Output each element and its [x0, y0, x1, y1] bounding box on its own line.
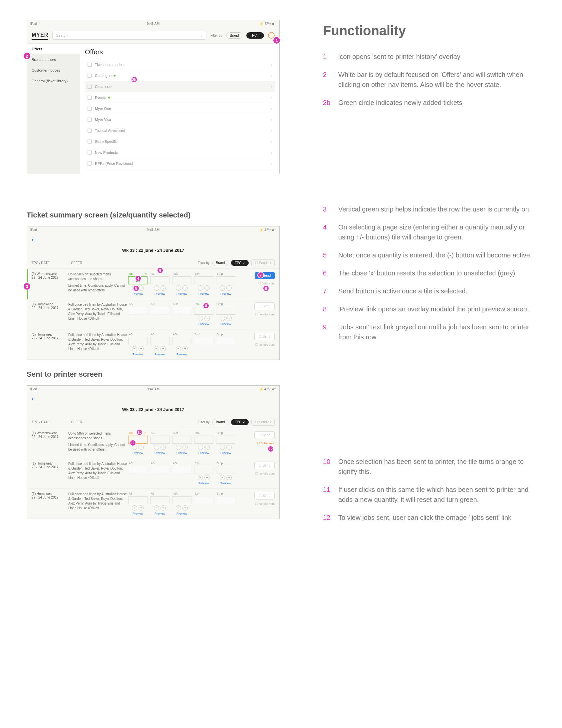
- plus-button[interactable]: +: [139, 445, 144, 450]
- minus-button[interactable]: −: [198, 285, 203, 291]
- qty-input[interactable]: [150, 496, 169, 504]
- qty-input[interactable]: [216, 436, 235, 444]
- size-tile-a5[interactable]: A5−+Preview: [128, 333, 147, 356]
- size-tile-a3b[interactable]: A3b−+Preview: [172, 272, 191, 295]
- preview-link[interactable]: Preview: [128, 451, 147, 455]
- preview-link[interactable]: Preview: [172, 451, 191, 455]
- sidebar-item-customer-notices[interactable]: Customer notices: [27, 65, 80, 76]
- plus-button[interactable]: +: [139, 505, 144, 511]
- size-tile-a3b[interactable]: A3b−+Preview: [172, 431, 191, 455]
- list-item[interactable]: Tactical Advertised›: [85, 125, 275, 136]
- plus-button[interactable]: +: [160, 445, 166, 450]
- preview-link[interactable]: Preview: [194, 292, 213, 295]
- plus-button[interactable]: +: [182, 346, 188, 351]
- sidebar-item-brand-partners[interactable]: Brand partners: [27, 54, 80, 65]
- qty-input[interactable]: [150, 276, 169, 284]
- check-icon[interactable]: ✓: [144, 431, 147, 435]
- size-tile-6x4[interactable]: 6x4−+Preview: [194, 431, 213, 455]
- list-item[interactable]: Events›: [85, 92, 275, 103]
- size-tile-strip[interactable]: Strip−+Preview: [216, 272, 235, 295]
- preview-link[interactable]: Preview: [172, 292, 191, 295]
- list-item[interactable]: Clearance›: [85, 81, 275, 92]
- preview-link[interactable]: Preview: [194, 482, 213, 485]
- list-item[interactable]: Myer One›: [85, 103, 275, 114]
- filter-tpc-pill[interactable]: TPC ✓: [246, 32, 264, 39]
- preview-link[interactable]: Preview: [194, 322, 213, 326]
- size-tile-a3[interactable]: A3−+Preview: [150, 272, 169, 295]
- preview-link[interactable]: Preview: [128, 353, 147, 356]
- checkbox-icon[interactable]: [88, 85, 92, 89]
- back-button[interactable]: ‹: [27, 393, 279, 405]
- plus-button[interactable]: +: [182, 505, 188, 511]
- preview-link[interactable]: Preview: [150, 353, 169, 356]
- qty-input[interactable]: [172, 436, 191, 444]
- plus-button[interactable]: +: [182, 445, 188, 450]
- plus-button[interactable]: +: [160, 285, 166, 291]
- list-item[interactable]: New Products›: [85, 147, 275, 158]
- minus-button[interactable]: −: [220, 316, 225, 321]
- minus-button[interactable]: −: [176, 285, 181, 291]
- preview-link[interactable]: Preview: [172, 353, 191, 356]
- send-all-button[interactable]: ☐ Send all: [251, 419, 275, 426]
- checkbox-icon[interactable]: [88, 63, 92, 67]
- minus-button[interactable]: −: [154, 346, 159, 351]
- checkbox-icon[interactable]: [88, 162, 92, 166]
- minus-button[interactable]: −: [220, 445, 225, 450]
- size-tile-6x4[interactable]: 6x4−+Preview: [194, 462, 213, 485]
- plus-button[interactable]: +: [226, 316, 232, 321]
- checkbox-icon[interactable]: [88, 151, 92, 155]
- qty-input[interactable]: [128, 337, 147, 345]
- size-tile-a3b[interactable]: A3b−+Preview: [172, 333, 191, 356]
- send-all-button[interactable]: ☐ Send all: [251, 259, 275, 266]
- sidebar-item-offers[interactable]: Offers: [27, 44, 80, 54]
- sidebar-item-general[interactable]: General (ticket library): [27, 76, 80, 86]
- plus-button[interactable]: +: [160, 505, 166, 511]
- plus-button[interactable]: +: [204, 316, 210, 321]
- preview-link[interactable]: Preview: [128, 512, 147, 515]
- plus-button[interactable]: +: [182, 285, 188, 291]
- checkbox-icon[interactable]: [88, 129, 92, 133]
- list-item[interactable]: Ticket summaries›: [85, 59, 275, 70]
- minus-button[interactable]: −: [176, 505, 181, 511]
- preview-link[interactable]: Preview: [150, 292, 169, 295]
- preview-link[interactable]: Preview: [194, 451, 213, 455]
- preview-link[interactable]: Preview: [150, 512, 169, 515]
- qty-input[interactable]: [194, 466, 213, 474]
- qty-input[interactable]: [128, 496, 147, 504]
- filter-brand[interactable]: Brand: [212, 260, 229, 266]
- minus-button[interactable]: −: [198, 316, 203, 321]
- preview-link[interactable]: Preview: [172, 512, 191, 515]
- jobs-sent-link[interactable]: ☐ Jobs sent: [238, 442, 275, 445]
- minus-button[interactable]: −: [154, 505, 159, 511]
- size-tile-a3[interactable]: A3−+Preview: [150, 333, 169, 356]
- qty-input[interactable]: [194, 436, 213, 444]
- list-item[interactable]: Myer Visa›: [85, 114, 275, 125]
- preview-link[interactable]: Preview: [216, 292, 235, 295]
- minus-button[interactable]: −: [154, 445, 159, 450]
- qty-input[interactable]: [194, 276, 213, 284]
- plus-button[interactable]: +: [139, 346, 144, 351]
- minus-button[interactable]: −: [176, 445, 181, 450]
- size-tile-a3b[interactable]: A3b−+Preview: [172, 492, 191, 515]
- minus-button[interactable]: −: [132, 505, 137, 511]
- minus-button[interactable]: −: [220, 285, 225, 291]
- minus-button[interactable]: −: [198, 445, 203, 450]
- plus-button[interactable]: +: [204, 475, 210, 480]
- qty-input[interactable]: [172, 496, 191, 504]
- minus-button[interactable]: −: [132, 346, 137, 351]
- checkbox-icon[interactable]: [88, 74, 92, 78]
- search-input[interactable]: Search ⌕: [52, 31, 206, 40]
- qty-input[interactable]: [216, 276, 235, 284]
- qty-input[interactable]: [150, 436, 169, 444]
- preview-link[interactable]: Preview: [150, 451, 169, 455]
- minus-button[interactable]: −: [176, 346, 181, 351]
- qty-input[interactable]: [150, 337, 169, 345]
- plus-button[interactable]: +: [226, 285, 232, 291]
- plus-button[interactable]: +: [160, 346, 166, 351]
- size-tile-strip[interactable]: Strip−+Preview: [216, 302, 235, 326]
- qty-input[interactable]: [216, 307, 235, 315]
- minus-button[interactable]: −: [154, 285, 159, 291]
- minus-button[interactable]: −: [220, 475, 225, 480]
- minus-button[interactable]: −: [198, 475, 203, 480]
- qty-input[interactable]: [216, 466, 235, 474]
